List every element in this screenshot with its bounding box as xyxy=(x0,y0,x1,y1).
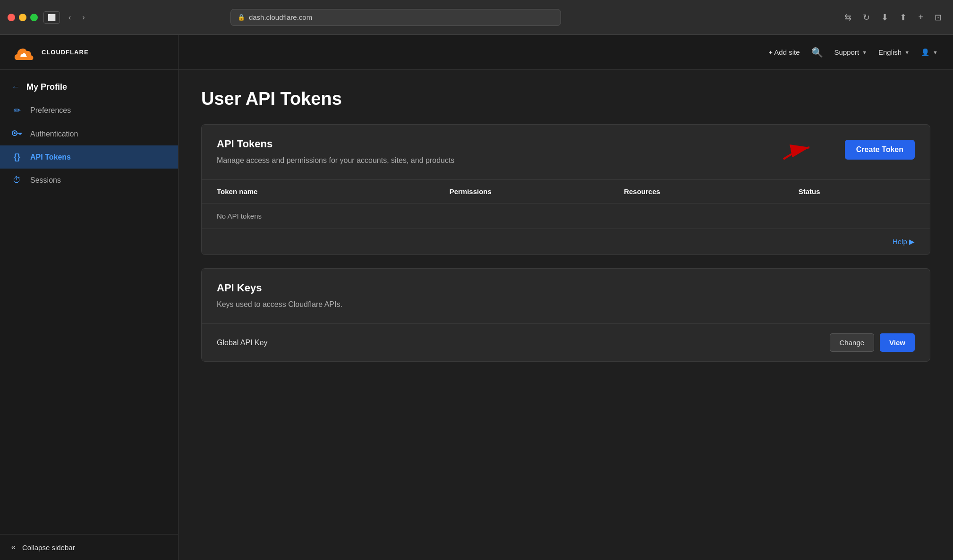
preferences-icon: ✏ xyxy=(11,105,23,116)
view-button[interactable]: View xyxy=(880,333,915,352)
api-tokens-empty-row: No API tokens xyxy=(202,204,930,229)
api-tokens-card-header: API Tokens Manage access and permissions… xyxy=(202,125,930,180)
sidebar-nav: ← My Profile ✏ Preferences Authen xyxy=(0,70,178,534)
api-keys-card: API Keys Keys used to access Cloudflare … xyxy=(201,268,930,362)
support-button[interactable]: Support ▼ xyxy=(834,48,867,56)
authentication-label: Authentication xyxy=(30,130,78,138)
top-nav: + Add site 🔍 Support ▼ English ▼ 👤 ▼ xyxy=(179,35,953,70)
col-header-status: Status xyxy=(799,187,915,195)
cloudflare-logo-header: CLOUDFLARE xyxy=(0,35,179,70)
reload-button[interactable]: ↻ xyxy=(859,10,874,25)
maximize-button[interactable] xyxy=(30,14,38,21)
new-tab-button[interactable]: + xyxy=(914,10,927,24)
col-header-resources: Resources xyxy=(624,187,799,195)
col-header-permissions: Permissions xyxy=(450,187,624,195)
search-button[interactable]: 🔍 xyxy=(811,47,823,58)
collapse-label: Collapse sidebar xyxy=(22,543,75,552)
close-button[interactable] xyxy=(8,14,15,21)
api-tokens-card-footer: Help ▶ xyxy=(202,229,930,255)
user-dropdown-arrow: ▼ xyxy=(933,50,938,55)
windows-button[interactable]: ⊡ xyxy=(931,10,945,25)
language-button[interactable]: English ▼ xyxy=(878,48,910,56)
user-profile-button[interactable]: 👤 ▼ xyxy=(921,48,938,57)
global-api-key-actions: Change View xyxy=(830,333,915,352)
red-arrow-annotation xyxy=(779,138,817,161)
api-keys-card-header: API Keys Keys used to access Cloudflare … xyxy=(202,269,930,324)
share-button[interactable]: ⬆ xyxy=(896,10,910,25)
support-dropdown-arrow: ▼ xyxy=(862,50,867,55)
preferences-label: Preferences xyxy=(30,106,71,115)
support-label: Support xyxy=(834,48,859,56)
global-api-key-label: Global API Key xyxy=(217,339,268,347)
language-dropdown-arrow: ▼ xyxy=(904,50,910,55)
sidebar-item-api-tokens[interactable]: {} API Tokens xyxy=(0,145,178,169)
main-content: User API Tokens API Tokens Manage access… xyxy=(179,70,953,560)
sidebar-toggle-button[interactable]: ⬜ xyxy=(43,11,60,24)
traffic-lights xyxy=(8,14,38,21)
api-tokens-card-title: API Tokens xyxy=(217,138,454,150)
sidebar-item-sessions[interactable]: ⏱ Sessions xyxy=(0,169,178,192)
address-bar[interactable]: 🔒 dash.cloudflare.com xyxy=(230,9,561,26)
api-keys-title: API Keys xyxy=(217,282,915,294)
svg-point-1 xyxy=(14,132,16,134)
forward-button[interactable]: › xyxy=(79,11,87,24)
help-link[interactable]: Help ▶ xyxy=(893,238,915,246)
browser-chrome: ⬜ ‹ › 🔒 dash.cloudflare.com ⇆ ↻ ⬇ ⬆ + ⊡ xyxy=(0,0,953,35)
sidebar-item-authentication[interactable]: Authentication xyxy=(0,122,178,145)
api-tokens-card-info: API Tokens Manage access and permissions… xyxy=(217,138,454,166)
change-button[interactable]: Change xyxy=(830,333,875,352)
sidebar-item-preferences[interactable]: ✏ Preferences xyxy=(0,99,178,122)
api-keys-desc: Keys used to access Cloudflare APIs. xyxy=(217,299,462,310)
api-tokens-card-desc: Manage access and permissions for your a… xyxy=(217,155,454,166)
global-api-key-row: Global API Key Change View xyxy=(202,324,930,361)
collapse-icon: « xyxy=(11,543,16,552)
lock-icon: 🔒 xyxy=(238,14,245,21)
cf-logo-area: CLOUDFLARE xyxy=(11,45,89,60)
back-arrow-icon: ← xyxy=(11,82,20,92)
empty-message: No API tokens xyxy=(217,212,450,220)
back-button[interactable]: ‹ xyxy=(66,11,74,24)
authentication-icon xyxy=(11,129,23,139)
download-button[interactable]: ⬇ xyxy=(877,10,892,25)
url-text: dash.cloudflare.com xyxy=(249,13,312,21)
sessions-icon: ⏱ xyxy=(11,175,23,185)
api-tokens-label: API Tokens xyxy=(30,153,71,161)
api-tokens-card: API Tokens Manage access and permissions… xyxy=(201,124,930,255)
sidebar: CLOUDFLARE ← My Profile ✏ Preferences xyxy=(0,35,179,560)
add-site-button[interactable]: + Add site xyxy=(768,48,800,56)
api-tokens-table-header: Token name Permissions Resources Status xyxy=(202,180,930,204)
app-layout: CLOUDFLARE ← My Profile ✏ Preferences xyxy=(0,35,953,560)
collapse-sidebar-button[interactable]: « Collapse sidebar xyxy=(0,534,178,560)
user-icon: 👤 xyxy=(921,48,930,57)
browser-actions: ⇆ ↻ ⬇ ⬆ + ⊡ xyxy=(841,10,945,25)
api-tokens-icon: {} xyxy=(11,152,23,162)
page-title: User API Tokens xyxy=(201,89,930,109)
add-site-label: + Add site xyxy=(768,48,800,56)
cloudflare-logo-icon xyxy=(11,45,36,60)
translate-button[interactable]: ⇆ xyxy=(841,10,855,25)
sessions-label: Sessions xyxy=(30,176,61,185)
cloudflare-text: CLOUDFLARE xyxy=(42,49,89,56)
my-profile-header[interactable]: ← My Profile xyxy=(0,76,178,99)
section-title: My Profile xyxy=(26,82,67,92)
col-header-token-name: Token name xyxy=(217,187,450,195)
create-token-button[interactable]: Create Token xyxy=(845,140,915,160)
minimize-button[interactable] xyxy=(19,14,26,21)
language-label: English xyxy=(878,48,902,56)
